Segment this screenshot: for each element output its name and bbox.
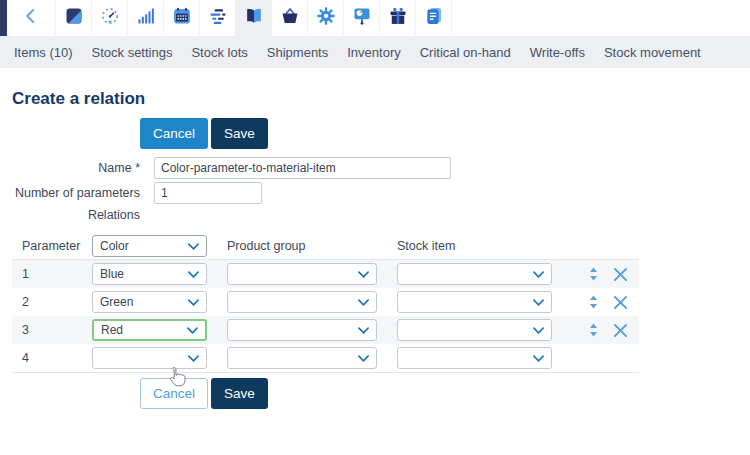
document-icon (424, 6, 444, 30)
tab-stock-settings[interactable]: Stock settings (92, 45, 173, 60)
save-button-top[interactable]: Save (211, 118, 268, 149)
app-toolbar (0, 0, 750, 36)
bottom-action-buttons: Cancel Save (140, 378, 750, 409)
chevron-down-icon (533, 295, 544, 309)
chevron-down-icon (358, 295, 369, 309)
tab-critical-on-hand[interactable]: Critical on-hand (420, 45, 511, 60)
chevron-down-icon (533, 323, 544, 337)
row3-parameter-select[interactable]: Red (92, 319, 207, 341)
row2-stock-item-select[interactable] (397, 291, 552, 313)
tab-stock-movement[interactable]: Stock movement (604, 45, 701, 60)
product-group-column-label: Product group (227, 239, 377, 253)
delete-row-icon[interactable] (612, 323, 628, 338)
parameter-column-label: Parameter (12, 239, 92, 253)
table-row-4: 4 (12, 344, 639, 372)
row1-product-group-select[interactable] (227, 263, 377, 285)
chevron-down-icon (533, 267, 544, 281)
row2-parameter-select[interactable]: Green (92, 291, 207, 313)
chevron-down-icon (188, 351, 199, 365)
chevron-down-icon (188, 295, 199, 309)
row-number: 1 (12, 267, 92, 281)
chevron-down-icon (187, 323, 198, 337)
row3-product-group-select[interactable] (227, 319, 377, 341)
gift-icon (388, 6, 408, 30)
cancel-button-bottom[interactable]: Cancel (140, 378, 208, 409)
row4-parameter-select[interactable] (92, 347, 207, 369)
gauge-icon (100, 6, 120, 30)
chevron-left-icon (22, 7, 40, 29)
row4-product-group-select[interactable] (227, 347, 377, 369)
left-edge-panel (0, 0, 7, 36)
gear-icon (316, 6, 336, 30)
chevron-down-icon (358, 267, 369, 281)
table-row-2: 2 Green (12, 288, 639, 316)
cancel-button-top[interactable]: Cancel (140, 118, 208, 149)
name-label: Name * (12, 161, 140, 175)
analytics-button[interactable] (128, 0, 164, 36)
reorder-row-icon[interactable] (587, 323, 599, 337)
name-field[interactable] (154, 157, 451, 179)
logo-icon (64, 6, 84, 30)
save-button-bottom[interactable]: Save (211, 378, 268, 409)
reorder-row-icon[interactable] (587, 267, 599, 281)
tab-items[interactable]: Items (10) (14, 45, 73, 60)
toolbar-spacer (452, 0, 750, 36)
parameter-type-select[interactable]: Color (92, 235, 207, 257)
relations-label: Relations (12, 208, 140, 222)
table-row-1: 1 Blue (12, 260, 639, 288)
page-title: Create a relation (12, 89, 750, 109)
tasks-button[interactable] (200, 0, 236, 36)
book-icon (244, 6, 264, 30)
back-button[interactable] (7, 0, 56, 36)
dashboard-button[interactable] (92, 0, 128, 36)
section-tabs: Items (10) Stock settings Stock lots Shi… (0, 36, 750, 68)
gifts-button[interactable] (380, 0, 416, 36)
row1-stock-item-select[interactable] (397, 263, 552, 285)
chevron-down-icon (358, 351, 369, 365)
tab-write-offs[interactable]: Write-offs (530, 45, 585, 60)
calendar-icon (172, 6, 192, 30)
bar-chart-icon (136, 6, 156, 30)
chevron-down-icon (188, 267, 199, 281)
notes-button[interactable] (416, 0, 452, 36)
tab-stock-lots[interactable]: Stock lots (191, 45, 247, 60)
number-of-parameters-label: Number of parameters (12, 186, 140, 200)
relation-form: Name * Number of parameters Relations (12, 157, 750, 222)
relations-table: Parameter Color Product group Stock item… (12, 232, 750, 373)
catalog-button[interactable] (236, 0, 272, 36)
basket-icon (280, 6, 300, 30)
row1-parameter-select[interactable]: Blue (92, 263, 207, 285)
top-action-buttons: Cancel Save (140, 118, 750, 149)
chevron-down-icon (358, 323, 369, 337)
tab-inventory[interactable]: Inventory (347, 45, 400, 60)
chevron-down-icon (188, 239, 199, 253)
tab-shipments[interactable]: Shipments (267, 45, 328, 60)
row-number: 3 (12, 323, 92, 337)
presentation-button[interactable] (344, 0, 380, 36)
app-logo-button[interactable] (56, 0, 92, 36)
row4-stock-item-select[interactable] (397, 347, 552, 369)
delete-row-icon[interactable] (612, 267, 628, 282)
task-list-icon (208, 6, 228, 30)
presentation-board-icon (352, 6, 372, 30)
row2-product-group-select[interactable] (227, 291, 377, 313)
purchases-button[interactable] (272, 0, 308, 36)
table-divider (12, 372, 639, 373)
row-number: 2 (12, 295, 92, 309)
calendar-button[interactable] (164, 0, 200, 36)
number-of-parameters-field[interactable] (154, 182, 262, 204)
reorder-row-icon[interactable] (587, 295, 599, 309)
settings-button[interactable] (308, 0, 344, 36)
table-header-row: Parameter Color Product group Stock item (12, 232, 750, 259)
chevron-down-icon (533, 351, 544, 365)
row-number: 4 (12, 351, 92, 365)
row3-stock-item-select[interactable] (397, 319, 552, 341)
delete-row-icon[interactable] (612, 295, 628, 310)
stock-item-column-label: Stock item (397, 239, 552, 253)
table-row-3: 3 Red (12, 316, 639, 344)
